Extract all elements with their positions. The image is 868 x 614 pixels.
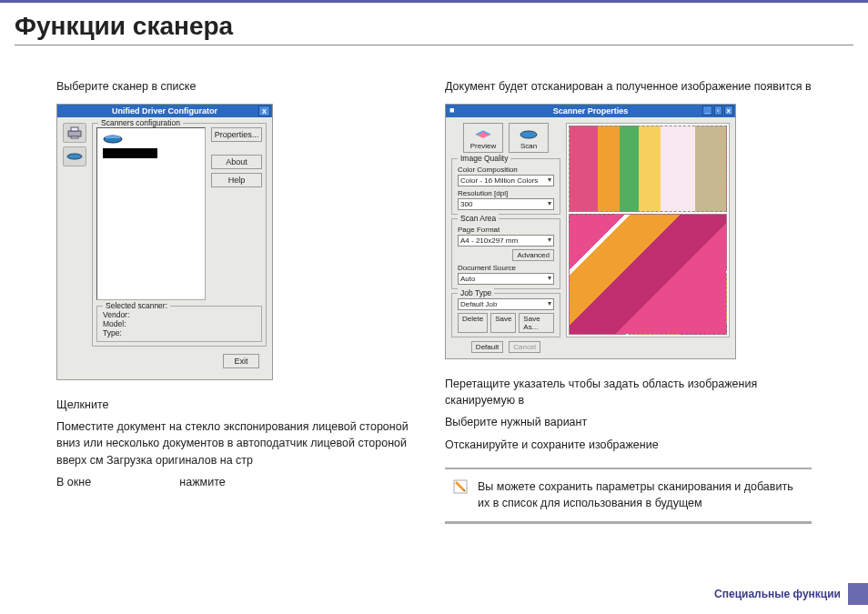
scanners-configuration-legend: Scanners configuration <box>98 118 183 127</box>
advanced-button[interactable]: Advanced <box>512 249 554 261</box>
printer-icon[interactable] <box>63 123 86 143</box>
udc-close-icon[interactable]: x <box>258 106 270 116</box>
udc-sidebar <box>63 123 86 374</box>
vendor-label: Vendor: <box>103 310 256 319</box>
job-type-group: Job Type Default Job Delete Save Save As… <box>451 293 560 337</box>
svg-rect-2 <box>71 136 78 138</box>
title-underline <box>15 45 853 45</box>
footer-label: Специальные функции <box>714 588 841 600</box>
scanners-configuration-group: Scanners configuration Properties... <box>92 123 267 347</box>
scan-area-group: Scan Area Page Format A4 - 210x297 mm Ad… <box>451 218 560 289</box>
color-composition-label: Color Composition <box>458 166 554 174</box>
page-format-select[interactable]: A4 - 210x297 mm <box>458 235 554 247</box>
tip-text: Вы можете сохранить параметры сканирован… <box>478 478 804 513</box>
list-item[interactable] <box>103 134 199 145</box>
save-as-button[interactable]: Save As... <box>519 313 554 333</box>
preview-button[interactable]: Preview <box>463 123 503 153</box>
page-number-box <box>848 583 868 605</box>
tip-box: Вы можете сохранить параметры сканирован… <box>445 468 812 525</box>
svg-point-6 <box>520 131 537 138</box>
scan-button[interactable]: Scan <box>509 123 549 153</box>
step-choose-option: Выберите нужный вариант <box>445 414 812 430</box>
scanner-device-icon <box>103 134 123 145</box>
page-footer: Специальные функции <box>714 583 868 605</box>
page-title: Функции сканера <box>15 12 853 41</box>
selected-scanner-legend: Selected scanner: <box>103 301 170 310</box>
redacted-label <box>103 148 157 158</box>
svg-rect-5 <box>106 136 120 138</box>
step-place-document: Поместите документ на стекло экспонирова… <box>56 418 423 468</box>
job-type-select[interactable]: Default Job <box>458 298 554 310</box>
note-icon <box>452 478 469 495</box>
step-click: Щелкните <box>56 397 423 413</box>
step-drag-pointer: Перетащите указатель чтобы задать област… <box>445 376 812 408</box>
scanner-icon[interactable] <box>63 146 86 166</box>
save-button[interactable]: Save <box>490 313 516 333</box>
preview-image-top <box>569 126 727 212</box>
properties-button[interactable]: Properties... <box>211 127 262 142</box>
content: Выберите сканер в списке Unified Driver … <box>0 55 868 533</box>
sp-sys-icon: ■ <box>449 106 454 115</box>
maximize-icon[interactable]: ▫ <box>714 106 722 116</box>
delete-button[interactable]: Delete <box>458 313 488 333</box>
close-icon[interactable]: x <box>724 106 733 116</box>
step-scan-save: Отсканируйте и сохраните изображение <box>445 437 812 453</box>
help-button[interactable]: Help <box>211 173 262 187</box>
preview-pane[interactable] <box>566 123 730 337</box>
udc-title: Unified Driver Configurator <box>112 106 217 116</box>
type-label: Type: <box>103 328 256 337</box>
job-type-legend: Job Type <box>458 288 494 297</box>
resolution-select[interactable]: 300 <box>458 198 554 210</box>
document-source-select[interactable]: Auto <box>458 273 554 285</box>
model-label: Model: <box>103 319 256 328</box>
preview-label: Preview <box>470 142 496 150</box>
cancel-button: Cancel <box>509 341 540 353</box>
color-composition-select[interactable]: Color - 16 Million Colors <box>458 175 554 186</box>
press-label: нажмите <box>179 476 225 488</box>
udc-titlebar: Unified Driver Configurator x <box>57 105 272 117</box>
right-column: Документ будет отсканирован а полученное… <box>434 73 823 524</box>
minimize-icon[interactable]: _ <box>702 106 712 116</box>
page-header: Функции сканера <box>0 0 868 55</box>
sp-titlebar: ■ Scanner Properties _ ▫ x <box>446 105 735 117</box>
unified-driver-configurator-window: Unified Driver Configurator x Scanners c… <box>56 104 273 380</box>
preview-image-bottom <box>569 214 727 335</box>
left-column: Выберите сканер в списке Unified Driver … <box>45 73 434 524</box>
svg-rect-1 <box>71 127 78 131</box>
svg-point-3 <box>67 154 82 159</box>
svg-rect-0 <box>68 131 81 136</box>
step-select-scanner: Выберите сканер в списке <box>56 78 423 95</box>
scan-label: Scan <box>520 142 537 150</box>
scan-result-text: Документ будет отсканирован а полученное… <box>445 78 812 95</box>
selected-scanner-group: Selected scanner: Vendor: Model: Type: <box>96 306 262 342</box>
scanner-list[interactable] <box>96 127 206 300</box>
exit-button[interactable]: Exit <box>223 354 259 368</box>
image-quality-legend: Image Quality <box>458 154 510 163</box>
sp-title: Scanner Properties <box>553 106 629 116</box>
resolution-label: Resolution [dpi] <box>458 189 554 197</box>
in-window-label: В окне <box>56 476 91 488</box>
image-quality-group: Image Quality Color Composition Color - … <box>451 158 560 215</box>
about-button[interactable]: About <box>211 155 262 169</box>
step-in-window: В окне нажмите <box>56 474 423 490</box>
document-source-label: Document Source <box>458 264 554 272</box>
page-format-label: Page Format <box>458 226 554 234</box>
default-button[interactable]: Default <box>471 341 503 353</box>
scanner-properties-window: ■ Scanner Properties _ ▫ x Preview <box>445 104 736 359</box>
scan-area-legend: Scan Area <box>458 214 499 223</box>
